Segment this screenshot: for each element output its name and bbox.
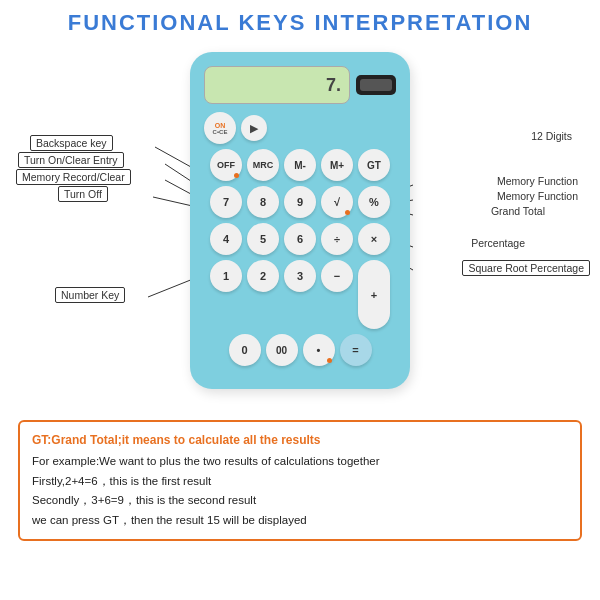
info-line-1: For example:We want to plus the two resu…: [32, 452, 568, 472]
off-button[interactable]: OFF: [210, 149, 242, 181]
memory-func2-label: Memory Function: [497, 190, 578, 202]
calc-row-3: 7 8 9 √ %: [204, 186, 396, 218]
memory-record-label: Memory Record/Clear: [16, 169, 131, 185]
calc-row-4: 4 5 6 ÷ ×: [204, 223, 396, 255]
btn-9[interactable]: 9: [284, 186, 316, 218]
turn-off-label: Turn Off: [58, 186, 108, 202]
grand-total-label: Grand Total: [491, 205, 545, 217]
calc-row-2: OFF MRC M- M+ GT: [204, 149, 396, 181]
calc-row-6: 0 00 • =: [204, 334, 396, 366]
sqrt-pct-label: Square Root Percentage: [462, 260, 590, 276]
number-key-label: Number Key: [55, 287, 125, 303]
percentage-label: Percentage: [471, 237, 525, 249]
play-button[interactable]: ▶: [241, 115, 267, 141]
mminus-button[interactable]: M-: [284, 149, 316, 181]
calculator: 7. ON C•CE ▶ OFF MRC M- M+: [190, 52, 410, 389]
decimal-button[interactable]: •: [303, 334, 335, 366]
gt-button[interactable]: GT: [358, 149, 390, 181]
btn-8[interactable]: 8: [247, 186, 279, 218]
info-line-3: Secondly，3+6=9，this is the second result: [32, 491, 568, 511]
sqrt-button[interactable]: √: [321, 186, 353, 218]
backspace-label: Backspace key: [30, 135, 113, 151]
digits-12-label: 12 Digits: [531, 130, 572, 142]
equals-button[interactable]: =: [340, 334, 372, 366]
calc-row-5: 1 2 3 − +: [204, 260, 396, 329]
btn-6[interactable]: 6: [284, 223, 316, 255]
multiply-button[interactable]: ×: [358, 223, 390, 255]
calc-row-1: ON C•CE ▶: [204, 112, 396, 144]
btn-3[interactable]: 3: [284, 260, 316, 292]
btn-00[interactable]: 00: [266, 334, 298, 366]
btn-0[interactable]: 0: [229, 334, 261, 366]
minus-button[interactable]: −: [321, 260, 353, 292]
divide-button[interactable]: ÷: [321, 223, 353, 255]
btn-4[interactable]: 4: [210, 223, 242, 255]
btn-1[interactable]: 1: [210, 260, 242, 292]
info-title: GT:Grand Total;it means to calculate all…: [32, 430, 568, 450]
btn-7[interactable]: 7: [210, 186, 242, 218]
turn-on-clear-label: Turn On/Clear Entry: [18, 152, 124, 168]
page-title: FUNCTIONAL KEYS INTERPRETATION: [0, 0, 600, 42]
memory-func1-label: Memory Function: [497, 175, 578, 187]
mrc-button[interactable]: MRC: [247, 149, 279, 181]
info-line-2: Firstly,2+4=6，this is the first result: [32, 472, 568, 492]
on-cce-button[interactable]: ON C•CE: [204, 112, 236, 144]
info-line-4: we can press GT，then the result 15 will …: [32, 511, 568, 531]
calc-display: 7.: [204, 66, 350, 104]
plus-button[interactable]: +: [358, 260, 390, 329]
calc-display-row: 7.: [204, 66, 396, 104]
pct-button[interactable]: %: [358, 186, 390, 218]
btn-5[interactable]: 5: [247, 223, 279, 255]
btn-2[interactable]: 2: [247, 260, 279, 292]
info-box: GT:Grand Total;it means to calculate all…: [18, 420, 582, 541]
solar-panel: [356, 75, 396, 95]
mplus-button[interactable]: M+: [321, 149, 353, 181]
